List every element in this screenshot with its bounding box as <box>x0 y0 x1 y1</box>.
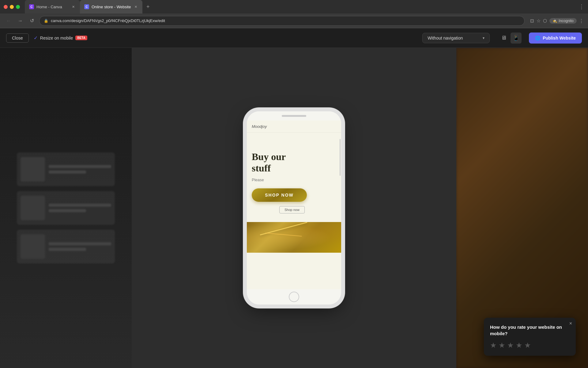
beta-badge: BETA <box>75 36 87 40</box>
close-window-button[interactable] <box>4 5 8 9</box>
maximize-window-button[interactable] <box>16 5 20 9</box>
star-1[interactable]: ★ <box>490 341 497 350</box>
blurred-line <box>49 171 86 174</box>
chevron-down-icon: ▾ <box>483 36 484 40</box>
shop-now-button[interactable]: SHOP NOW <box>252 188 307 202</box>
website-headline: Buy ourstuff <box>252 151 336 174</box>
blurred-card-3 <box>17 230 115 263</box>
address-bar-row: ← → ↺ 🔒 canva.com/design/DAFNVgs2_p0/f4C… <box>0 13 588 28</box>
traffic-lights <box>4 5 20 9</box>
website-brand: Moodjoy <box>252 124 267 129</box>
blurred-lines-2 <box>49 204 111 212</box>
address-bar[interactable]: 🔒 canva.com/design/DAFNVgs2_p0/f4CFnbQjx… <box>39 16 525 26</box>
blurred-card-2 <box>17 191 115 225</box>
extensions-icon[interactable]: ⬡ <box>543 18 547 24</box>
blurred-thumb-2 <box>21 196 45 220</box>
mobile-view-button[interactable]: 📱 <box>511 33 522 44</box>
left-panel <box>0 48 132 368</box>
blurred-line <box>49 248 86 251</box>
rating-popup: × How do you rate your website on mobile… <box>484 318 576 356</box>
blurred-line <box>49 204 111 207</box>
tab-online-store[interactable]: C Online store - Website ✕ <box>80 0 142 13</box>
publish-website-button[interactable]: 🌐 Publish Website <box>529 33 582 44</box>
tabs-row: C Home - Canva ✕ C Online store - Websit… <box>25 0 576 13</box>
website-subtext: Please <box>252 178 336 182</box>
blurred-lines-1 <box>49 165 111 174</box>
phone-screen: Moodjoy Buy ourstuff Please SHOP NOW Sho… <box>247 121 341 289</box>
blurred-thumb-3 <box>21 234 45 259</box>
star-4[interactable]: ★ <box>516 341 522 350</box>
check-icon: ✓ <box>34 35 38 41</box>
star-2[interactable]: ★ <box>499 341 505 350</box>
browser-options-icon[interactable]: ⋮ <box>579 18 584 24</box>
canva-toolbar: Close ✓ Resize on mobile BETA Without na… <box>0 28 588 48</box>
phone-bottom-bar <box>247 289 341 305</box>
browser-chrome: C Home - Canva ✕ C Online store - Websit… <box>0 0 588 28</box>
blurred-lines-3 <box>49 242 111 251</box>
tab-label-online-store: Online store - Website <box>92 5 131 9</box>
blurred-line <box>49 242 111 245</box>
address-bar-actions: ⊡ ☆ ⬡ 🕵 Incognito ⋮ <box>530 18 584 24</box>
blurred-line <box>49 165 111 168</box>
blurred-line <box>49 209 86 212</box>
globe-icon: 🌐 <box>535 36 540 40</box>
tab-home[interactable]: C Home - Canva ✕ <box>25 0 80 13</box>
blurred-thumb-1 <box>21 157 45 182</box>
browser-menu-icon[interactable]: ⋮ <box>579 3 584 10</box>
close-button[interactable]: Close <box>6 33 29 43</box>
publish-label: Publish Website <box>543 36 576 40</box>
forward-button[interactable]: → <box>16 17 24 25</box>
popup-title: How do you rate your website on mobile? <box>490 324 570 337</box>
lock-icon: 🔒 <box>44 19 48 23</box>
minimize-window-button[interactable] <box>10 5 14 9</box>
website-image-strip <box>247 222 341 253</box>
jewelry-overlay <box>247 222 341 253</box>
camera-icon[interactable]: ⊡ <box>530 18 534 24</box>
new-tab-button[interactable]: + <box>144 2 152 11</box>
blurred-card-1 <box>17 152 115 186</box>
incognito-badge: 🕵 Incognito <box>549 18 577 24</box>
tab-favicon-home: C <box>29 4 34 9</box>
tab-close-online-store[interactable]: ✕ <box>133 4 138 9</box>
navigation-dropdown[interactable]: Without navigation ▾ <box>422 33 490 43</box>
bookmark-icon[interactable]: ☆ <box>537 18 541 24</box>
stars-row: ★ ★ ★ ★ ★ <box>490 341 570 350</box>
website-nav: Moodjoy <box>247 121 341 133</box>
resize-on-mobile-button[interactable]: ✓ Resize on mobile BETA <box>34 35 87 41</box>
phone-home-button[interactable] <box>289 292 299 302</box>
back-button[interactable]: ← <box>4 17 13 25</box>
incognito-icon: 🕵 <box>552 19 557 23</box>
desktop-view-button[interactable]: 🖥 <box>498 33 509 44</box>
main-content: Moodjoy Buy ourstuff Please SHOP NOW Sho… <box>0 48 588 368</box>
website-hero: Buy ourstuff Please SHOP NOW Shop now <box>247 133 341 220</box>
title-bar: C Home - Canva ✕ C Online store - Websit… <box>0 0 588 13</box>
url-text: canva.com/design/DAFNVgs2_p0/f4CFnbQjxDi… <box>51 18 165 23</box>
tab-favicon-online-store: C <box>84 4 89 9</box>
star-3[interactable]: ★ <box>507 341 514 350</box>
nav-dropdown-label: Without navigation <box>428 36 463 40</box>
tab-close-home[interactable]: ✕ <box>71 4 76 9</box>
view-toggle-group: 🖥 📱 <box>498 33 522 44</box>
phone-notch <box>282 115 306 117</box>
phone-top-bar <box>247 111 341 121</box>
left-panel-blur <box>0 48 132 368</box>
incognito-label: Incognito <box>559 19 574 23</box>
star-5[interactable]: ★ <box>524 341 531 350</box>
center-area: Moodjoy Buy ourstuff Please SHOP NOW Sho… <box>132 48 456 368</box>
resize-label: Resize on mobile <box>40 36 73 40</box>
reload-button[interactable]: ↺ <box>28 17 36 25</box>
phone-mockup: Moodjoy Buy ourstuff Please SHOP NOW Sho… <box>247 111 341 305</box>
tab-label-home: Home - Canva <box>36 5 62 9</box>
popup-close-button[interactable]: × <box>569 321 572 326</box>
phone-scrollbar[interactable] <box>340 139 341 176</box>
shop-now-link[interactable]: Shop now <box>279 206 305 213</box>
